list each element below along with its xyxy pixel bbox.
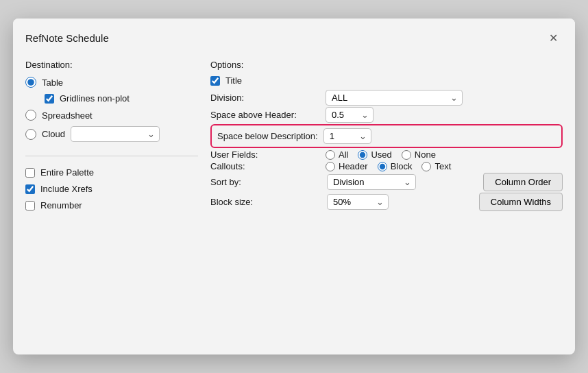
right-panel: Options: Title Division: ALL By Division… (210, 60, 563, 342)
callout-text-label[interactable]: Text (421, 161, 451, 171)
options-label: Options: (210, 60, 563, 70)
user-fields-label: User Fields: (210, 149, 320, 160)
table-radio[interactable] (25, 77, 36, 88)
user-used-radio[interactable] (358, 150, 367, 160)
cloud-select-wrapper: Option 1 (71, 126, 160, 142)
division-row: Division: ALL By Division (210, 90, 563, 106)
space-above-select[interactable]: 0.5 1 1.5 (326, 107, 373, 123)
block-size-select[interactable]: 50% 25% 75% 100% (327, 194, 389, 210)
include-xrefs-row: Include Xrefs (25, 184, 198, 194)
user-used-text: Used (371, 149, 391, 160)
space-above-select-wrapper: 0.5 1 1.5 (326, 107, 373, 123)
user-all-text: All (339, 149, 348, 160)
user-none-label[interactable]: None (402, 149, 436, 160)
include-xrefs-checkbox[interactable] (25, 184, 35, 194)
spreadsheet-label: Spreadsheet (42, 110, 93, 121)
separator (25, 156, 198, 156)
cloud-radio-row: Cloud Option 1 (25, 126, 198, 142)
entire-palette-checkbox[interactable] (25, 168, 35, 178)
entire-palette-row: Entire Palette (25, 167, 198, 178)
destination-label: Destination: (25, 60, 198, 70)
title-bar: RefNote Schedule ✕ (13, 19, 575, 54)
callout-header-label[interactable]: Header (326, 161, 368, 171)
title-checkbox-row: Title (210, 75, 563, 86)
close-button[interactable]: ✕ (543, 28, 563, 47)
user-fields-row: User Fields: All Used None (210, 149, 563, 160)
sort-by-label: Sort by: (210, 177, 320, 187)
user-none-text: None (415, 149, 436, 160)
column-widths-button[interactable]: Column Widths (479, 193, 563, 211)
block-size-select-wrapper: 50% 25% 75% 100% (327, 194, 389, 210)
user-all-radio[interactable] (326, 150, 335, 160)
entire-palette-label: Entire Palette (40, 167, 94, 178)
user-all-label[interactable]: All (326, 149, 348, 160)
title-label: Title (225, 75, 242, 86)
include-xrefs-label: Include Xrefs (40, 184, 93, 194)
callouts-radio-group: Header Block Text (326, 161, 451, 171)
callout-block-text: Block (391, 161, 413, 171)
renumber-checkbox[interactable] (25, 201, 35, 210)
spreadsheet-radio[interactable] (25, 110, 36, 121)
user-fields-radio-group: All Used None (326, 149, 436, 160)
sort-by-select-wrapper: Division Name Number (327, 174, 416, 190)
cloud-label: Cloud (42, 129, 65, 139)
renumber-label: Renumber (40, 200, 82, 210)
renumber-row: Renumber (25, 200, 198, 210)
column-order-wrapper: Column Order (483, 173, 563, 191)
callout-text-radio[interactable] (421, 162, 431, 171)
block-size-row: Block size: 50% 25% 75% 100% Column Widt… (210, 193, 563, 211)
callout-header-text: Header (339, 161, 368, 171)
callouts-label: Callouts: (210, 161, 320, 171)
callout-header-radio[interactable] (326, 162, 335, 171)
cloud-select[interactable]: Option 1 (71, 126, 160, 142)
dialog: RefNote Schedule ✕ Destination: Table Gr… (13, 19, 575, 354)
callout-block-radio[interactable] (378, 162, 387, 171)
title-checkbox[interactable] (210, 76, 220, 86)
callouts-row: Callouts: Header Block Text (210, 161, 563, 171)
gridlines-row: Gridlines non-plot (45, 93, 198, 104)
space-below-label: Space below Description: (217, 131, 318, 141)
space-below-description-row: Space below Description: 1 0.5 1.5 (210, 124, 563, 148)
column-order-button[interactable]: Column Order (483, 173, 563, 191)
space-above-label: Space above Header: (210, 110, 320, 120)
user-used-label[interactable]: Used (358, 149, 391, 160)
space-below-select-wrapper: 1 0.5 1.5 (323, 128, 371, 144)
space-above-row: Space above Header: 0.5 1 1.5 (210, 107, 563, 123)
callout-text-text: Text (434, 161, 451, 171)
division-select[interactable]: ALL By Division (326, 90, 463, 106)
spreadsheet-radio-row: Spreadsheet (25, 110, 198, 121)
cloud-radio[interactable] (25, 129, 36, 140)
gridlines-label: Gridlines non-plot (60, 93, 130, 104)
sort-by-row: Sort by: Division Name Number Column Ord… (210, 173, 563, 191)
table-radio-row: Table (25, 77, 198, 88)
table-label: Table (42, 77, 63, 88)
gridlines-checkbox[interactable] (45, 94, 54, 104)
callout-block-label[interactable]: Block (378, 161, 413, 171)
space-below-select[interactable]: 1 0.5 1.5 (323, 128, 371, 144)
block-size-label: Block size: (210, 197, 320, 207)
column-widths-wrapper: Column Widths (479, 193, 563, 211)
dialog-body: Destination: Table Gridlines non-plot Sp… (13, 54, 575, 354)
division-select-wrapper: ALL By Division (326, 90, 463, 106)
sort-by-select[interactable]: Division Name Number (327, 174, 416, 190)
left-panel: Destination: Table Gridlines non-plot Sp… (25, 60, 210, 342)
division-label: Division: (210, 93, 320, 103)
dialog-title: RefNote Schedule (25, 32, 109, 44)
user-none-radio[interactable] (402, 150, 411, 160)
